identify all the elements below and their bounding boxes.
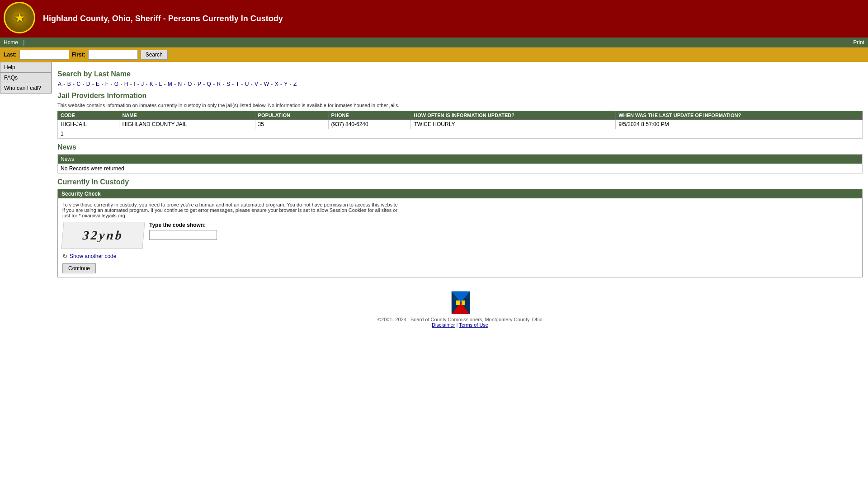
montgomery-county-logo: [451, 291, 469, 314]
last-name-input[interactable]: [19, 50, 69, 60]
alpha-link-h[interactable]: H: [124, 81, 128, 87]
footer-links: Disclaimer | Terms of Use: [62, 322, 858, 328]
star-icon: ★: [14, 10, 25, 25]
alpha-link-b[interactable]: B: [67, 81, 71, 87]
jail-providers-heading: Jail Providers Information: [57, 92, 863, 100]
cell-last-update: 9/5/2024 8:57:00 PM: [616, 120, 863, 129]
security-check-header: Security Check: [58, 189, 862, 198]
search-by-last-name-heading: Search by Last Name: [57, 70, 863, 78]
alpha-link-d[interactable]: D: [86, 81, 90, 87]
col-update-freq: HOW OFTEN IS INFORMATION UPDATED?: [411, 111, 616, 120]
page-layout: Help FAQs Who can I call? Search by Last…: [0, 62, 868, 336]
table-row: HIGH-JAIL HIGHLAND COUNTY JAIL 35 (937) …: [58, 120, 863, 129]
search-bar: Last: First: Search: [0, 47, 868, 62]
home-link[interactable]: Home: [4, 39, 18, 46]
first-name-input[interactable]: [88, 50, 138, 60]
alpha-link-y[interactable]: Y: [284, 81, 288, 87]
currently-in-custody-section: Currently In Custody Security Check To v…: [57, 178, 863, 277]
disclaimer-link[interactable]: Disclaimer: [432, 322, 455, 328]
navigation-bar: Home | Print: [0, 38, 868, 47]
alpha-link-s[interactable]: S: [226, 81, 230, 87]
cell-code: HIGH-JAIL: [58, 120, 119, 129]
alpha-link-f[interactable]: F: [105, 81, 108, 87]
alpha-link-w[interactable]: W: [264, 81, 269, 87]
cell-name: HIGHLAND COUNTY JAIL: [119, 120, 255, 129]
captcha-image: 32ynb: [61, 222, 145, 249]
currently-in-custody-heading: Currently In Custody: [57, 178, 863, 186]
news-no-records-cell: No Records were returned: [58, 164, 863, 174]
security-check-note: To view those currently in custody, you …: [62, 202, 401, 218]
jail-note: This website contains information on inm…: [57, 103, 863, 108]
cell-population: 35: [255, 120, 328, 129]
footer-separator: |: [456, 322, 458, 328]
news-header-row: News: [58, 155, 863, 164]
alpha-link-t[interactable]: T: [236, 81, 239, 87]
refresh-icon[interactable]: ↻: [62, 253, 68, 260]
alpha-link-q[interactable]: Q: [207, 81, 211, 87]
security-check-box: Security Check To view those currently i…: [57, 189, 863, 277]
continue-button[interactable]: Continue: [62, 263, 96, 273]
nav-left: Home |: [4, 39, 26, 46]
sidebar: Help FAQs Who can I call?: [0, 62, 52, 94]
alpha-link-u[interactable]: U: [245, 81, 249, 87]
jail-providers-section: Jail Providers Information This website …: [57, 92, 863, 139]
alpha-link-n[interactable]: N: [178, 81, 182, 87]
last-label: Last:: [4, 52, 17, 58]
alpha-link-j[interactable]: J: [141, 81, 144, 87]
alpha-link-o[interactable]: O: [188, 81, 192, 87]
alpha-link-a[interactable]: A: [58, 81, 61, 87]
first-label: First:: [72, 52, 85, 58]
alphabet-navigation: A - B - C - D - E - F - G - H - I - J - …: [57, 81, 863, 87]
captcha-input[interactable]: [149, 230, 217, 240]
alpha-link-c[interactable]: C: [76, 81, 80, 87]
captcha-right: Type the code shown:: [149, 222, 217, 240]
alpha-link-r[interactable]: R: [217, 81, 221, 87]
news-heading: News: [57, 143, 863, 151]
main-content: Search by Last Name A - B - C - D - E - …: [52, 62, 868, 336]
alpha-link-v[interactable]: V: [255, 81, 258, 87]
cell-footer: 1: [58, 129, 863, 139]
search-by-name-section: Search by Last Name A - B - C - D - E - …: [57, 70, 863, 87]
sidebar-item-faqs[interactable]: FAQs: [0, 72, 52, 83]
alpha-link-l[interactable]: L: [159, 81, 162, 87]
news-header-cell: News: [58, 155, 863, 164]
show-another-row: ↻ Show another code: [62, 253, 858, 260]
alpha-link-m[interactable]: M: [168, 81, 172, 87]
alpha-link-e[interactable]: E: [96, 81, 99, 87]
col-name: NAME: [119, 111, 255, 120]
sidebar-item-help[interactable]: Help: [0, 62, 52, 72]
security-check-body: To view those currently in custody, you …: [58, 198, 862, 277]
jail-providers-table: CODE NAME POPULATION PHONE HOW OFTEN IS …: [57, 111, 863, 139]
org-name: Board of County Commissioners, Montgomer…: [410, 317, 542, 322]
captcha-type-label: Type the code shown:: [149, 222, 217, 228]
news-table: News No Records were returned: [57, 154, 863, 174]
alpha-link-k[interactable]: K: [150, 81, 153, 87]
copyright-text: ©2001- 2024: [377, 317, 406, 322]
alpha-link-x[interactable]: X: [275, 81, 278, 87]
cell-update-freq: TWICE HOURLY: [411, 120, 616, 129]
col-population: POPULATION: [255, 111, 328, 120]
col-phone: PHONE: [328, 111, 411, 120]
col-last-update: WHEN WAS THE LAST UPDATE OF INFORMATION?: [616, 111, 863, 120]
show-another-code-link[interactable]: Show another code: [70, 253, 116, 259]
terms-link[interactable]: Terms of Use: [459, 322, 488, 328]
captcha-area: 32ynb Type the code shown:: [62, 222, 858, 249]
table-footer-row: 1: [58, 129, 863, 139]
page-header: ★ Highland County, Ohio, Sheriff - Perso…: [0, 0, 868, 38]
page-footer: ©2001- 2024 Board of County Commissioner…: [57, 286, 863, 332]
nav-separator: |: [22, 39, 24, 46]
footer-copyright: ©2001- 2024 Board of County Commissioner…: [62, 317, 858, 322]
alpha-link-g[interactable]: G: [114, 81, 118, 87]
alpha-link-z[interactable]: Z: [293, 81, 297, 87]
col-code: CODE: [58, 111, 119, 120]
alpha-link-p[interactable]: P: [198, 81, 201, 87]
news-section: News News No Records were returned: [57, 143, 863, 174]
sidebar-item-who[interactable]: Who can I call?: [0, 83, 52, 94]
alpha-link-i[interactable]: I: [134, 81, 135, 87]
print-link[interactable]: Print: [853, 39, 864, 46]
svg-rect-4: [462, 300, 465, 305]
search-button[interactable]: Search: [141, 50, 168, 60]
sheriff-logo: ★: [4, 2, 35, 33]
news-no-records-row: No Records were returned: [58, 164, 863, 174]
footer-logo: [451, 291, 469, 315]
